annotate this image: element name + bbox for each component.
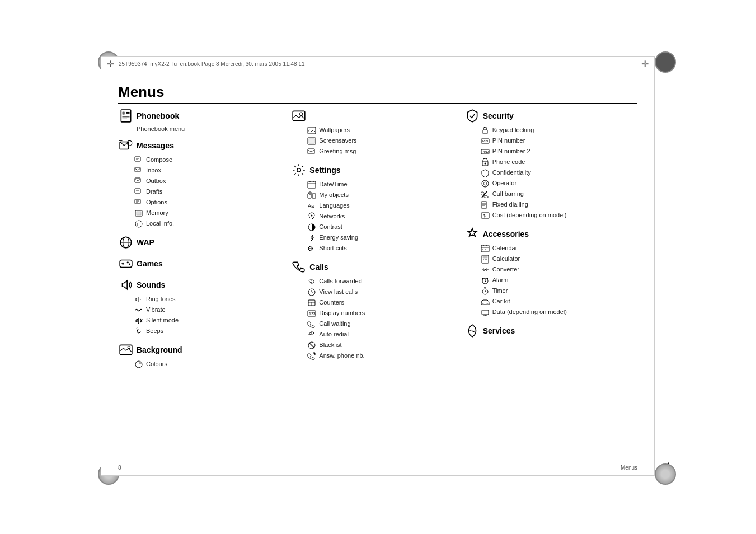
- pin-number-icon: PIN: [480, 136, 490, 146]
- timer-icon: [480, 286, 490, 296]
- svg-rect-82: [482, 249, 483, 250]
- item-label: Beeps: [146, 327, 163, 335]
- wallpapers-items: Wallpapers Screensavers Gr: [307, 125, 458, 157]
- messages-items: Compose Inbox Outbox: [134, 155, 285, 229]
- list-item: View last calls: [307, 287, 458, 297]
- item-label: Fixed dialling: [492, 200, 528, 209]
- inbox-icon: [134, 166, 144, 176]
- security-header: Security: [464, 108, 632, 124]
- section-messages: ! Messages Compose: [118, 138, 285, 229]
- item-label: Call barring: [492, 190, 524, 198]
- deco-circle-br: [655, 463, 676, 485]
- svg-rect-43: [308, 149, 314, 154]
- list-item: Phone code: [480, 157, 632, 167]
- menu-columns: Phonebook Phonebook menu !: [118, 108, 637, 375]
- section-services: Services: [464, 323, 632, 339]
- settings-items: Date/Time My objects Aa Lan: [307, 180, 458, 254]
- list-item: Energy saving: [307, 233, 458, 243]
- colours-icon: [134, 359, 144, 369]
- list-item: Contrast: [307, 222, 458, 232]
- security-items: Keypad locking PIN PIN number PIN2: [480, 125, 632, 221]
- item-label: Date/Time: [319, 180, 347, 189]
- screensavers-icon: [307, 136, 317, 146]
- item-label: PIN number: [492, 137, 525, 145]
- item-label: Contrast: [319, 223, 342, 231]
- svg-line-91: [487, 278, 488, 279]
- section-wallpapers: Wallpapers Screensavers Gr: [291, 108, 458, 157]
- col-3: Security Keypad locking PIN: [464, 108, 637, 375]
- sounds-title: Sounds: [137, 280, 165, 289]
- settings-icon: [291, 162, 307, 178]
- item-label: View last calls: [319, 288, 358, 296]
- list-item: Calls forwarded: [307, 277, 458, 287]
- energy-saving-icon: [307, 233, 317, 243]
- fixed-dialling-icon: [480, 200, 490, 210]
- list-item: 123 Display numbers: [307, 308, 458, 318]
- item-label: Compose: [146, 156, 172, 164]
- auto-redial-icon: [307, 330, 317, 340]
- list-item: Confidentiality: [480, 168, 632, 178]
- page-container: ✛ 25T959374_myX2-2_lu_en.book Page 8 Mer…: [101, 56, 655, 476]
- list-item: Timer: [480, 286, 632, 296]
- svg-point-30: [127, 261, 129, 263]
- list-item: Auto redial: [307, 330, 458, 340]
- item-label: Data (depending on model): [492, 308, 567, 316]
- list-item: Call barring: [480, 189, 632, 199]
- security-icon: [464, 108, 480, 124]
- phonebook-title: Phonebook: [137, 111, 179, 120]
- svg-point-44: [297, 168, 301, 172]
- item-label: Confidentiality: [492, 168, 531, 177]
- list-item: Short cuts: [307, 243, 458, 254]
- list-item: Keypad locking: [480, 125, 632, 135]
- answ-phone-icon: [307, 351, 317, 361]
- svg-text:PIN2: PIN2: [482, 150, 489, 153]
- item-label: Languages: [319, 202, 349, 210]
- svg-rect-87: [485, 259, 486, 260]
- phone-code-icon: [480, 157, 490, 167]
- networks-icon: [307, 212, 317, 222]
- call-barring-icon: [480, 189, 490, 199]
- svg-point-94: [482, 303, 483, 305]
- item-label: Colours: [146, 360, 167, 368]
- car-kit-icon: [480, 297, 490, 307]
- item-label: Display numbers: [319, 309, 365, 317]
- item-label: Outbox: [146, 177, 166, 185]
- item-label: Blacklist: [319, 341, 341, 349]
- svg-point-70: [482, 180, 489, 187]
- counters-icon: [307, 298, 317, 308]
- local-info-icon: i: [134, 219, 144, 229]
- calls-header: Calls: [291, 259, 458, 275]
- svg-text:$: $: [483, 213, 486, 218]
- item-label: Greeting msg: [319, 147, 356, 156]
- svg-text:123: 123: [309, 312, 316, 316]
- item-label: Timer: [492, 287, 508, 295]
- svg-point-53: [311, 215, 313, 217]
- calls-forwarded-icon: [307, 277, 317, 287]
- date-time-icon: [307, 180, 317, 190]
- list-item: Blacklist: [307, 340, 458, 350]
- wap-header: WAP: [118, 235, 285, 250]
- greeting-msg-icon: [307, 147, 317, 157]
- list-item: Inbox: [134, 166, 285, 176]
- item-label: Wallpapers: [319, 126, 350, 134]
- list-item: Data (depending on model): [480, 307, 632, 317]
- item-label: Cost (depending on model): [492, 211, 567, 219]
- list-item: Fixed dialling: [480, 200, 632, 210]
- list-item: Converter: [480, 265, 632, 275]
- col-1: Phonebook Phonebook menu !: [118, 108, 291, 375]
- compose-icon: [134, 155, 144, 165]
- item-label: Keypad locking: [492, 126, 534, 134]
- item-label: Drafts: [146, 188, 162, 196]
- svg-rect-63: [483, 130, 487, 134]
- wap-icon: [118, 235, 134, 250]
- svg-rect-42: [309, 139, 314, 143]
- list-item: Call waiting: [307, 319, 458, 329]
- messages-title: Messages: [137, 141, 174, 150]
- item-label: Auto redial: [319, 330, 349, 339]
- beeps-icon: [134, 326, 144, 336]
- calls-items: Calls forwarded View last calls: [307, 277, 458, 361]
- page-footer: 8 Menus: [118, 462, 637, 471]
- sounds-icon: [118, 277, 134, 293]
- list-item: Calendar: [480, 243, 632, 254]
- svg-point-34: [137, 330, 140, 333]
